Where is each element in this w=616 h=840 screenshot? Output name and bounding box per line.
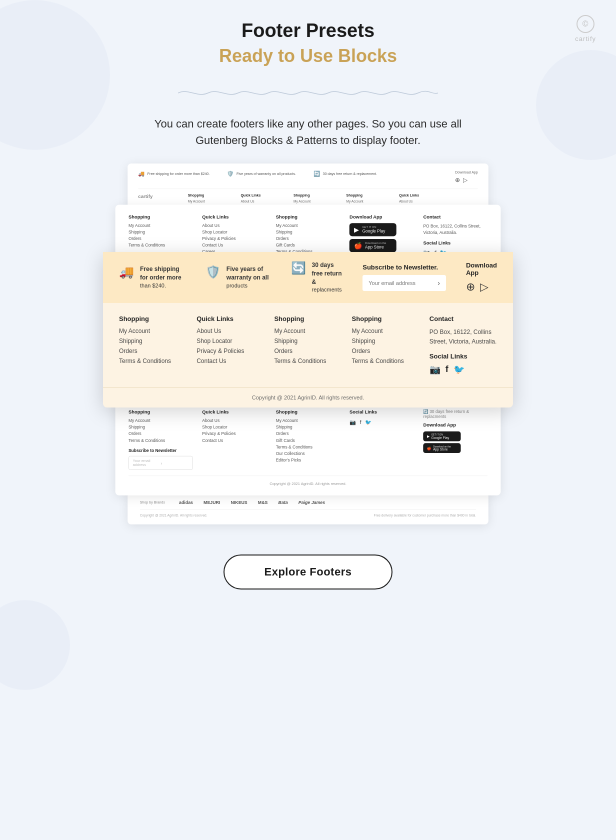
fp1-shopping-col: Shopping My Account: [188, 194, 214, 204]
fp1-download-section: Download App ⊕ ▷: [455, 170, 478, 184]
fp3-main-cols: Shopping My Account Shipping Orders Term…: [103, 303, 513, 387]
page-subtitle: Ready to Use Blocks: [83, 46, 533, 66]
fp4-col1: Shopping My Account Shipping Orders Term…: [128, 410, 193, 470]
fp3-store-buttons: ⊕ ▷: [466, 280, 488, 294]
fp5-brand-bata: Bata: [278, 500, 288, 505]
fp4-privacy-link[interactable]: Privacy & Policies: [202, 432, 266, 436]
fp3-apple-icon[interactable]: ▷: [480, 280, 488, 294]
fp4-google-btn[interactable]: ▶GET IT ONGoogle Play: [423, 432, 460, 442]
fp3-myaccount3-link[interactable]: My Account: [352, 328, 420, 334]
fp2-download-col: Download App ▶ GET IT ONGoogle Play 🍎 Do…: [350, 214, 414, 256]
fp4-return-feature: 🔄 30 days free return & replacments: [423, 410, 488, 419]
fp3-myaccount-link[interactable]: My Account: [119, 328, 186, 334]
fp4-editorspicks-link[interactable]: Editor's Picks: [276, 458, 340, 462]
fp4-facebook-icon[interactable]: f: [360, 420, 362, 426]
fp3-shipping-link[interactable]: Shipping: [119, 338, 186, 344]
fp3-contact-address: PO Box, 16122, Collins Street, Victoria,…: [430, 328, 497, 346]
fp3-terms2-link[interactable]: Terms & Conditions: [274, 358, 342, 364]
fp3-social-links-label: Social Links: [430, 352, 497, 360]
fp3-return-icon: 🔄: [291, 261, 306, 275]
fp3-contact-link[interactable]: Contact Us: [196, 358, 264, 364]
fp4-shipping2-link[interactable]: Shipping: [276, 425, 340, 430]
fp3-shipping3-link[interactable]: Shipping: [352, 338, 420, 344]
fp1-store-icons: ⊕ ▷: [455, 176, 478, 184]
fp5-brand-ms: M&S: [258, 500, 268, 505]
fp4-copyright: Copyright @ 2021 AgrinID. All rights res…: [128, 476, 488, 486]
fp2-contact-col: Contact PO Box, 16122, Collins Street, V…: [423, 214, 488, 256]
fp4-col3: Shopping My Account Shipping Orders Gift…: [276, 410, 340, 470]
fp4-contact-link[interactable]: Contact Us: [202, 438, 266, 442]
fp3-orders3-link[interactable]: Orders: [352, 348, 420, 354]
cartify-logo: © cartify: [575, 15, 596, 42]
fp4-social-section: 📷 f 🐦: [350, 420, 414, 426]
fp5-brand-mejuri: MEJURI: [204, 500, 220, 505]
fp3-newsletter-input-wrapper[interactable]: ›: [362, 275, 446, 291]
fp3-submit-arrow[interactable]: ›: [438, 279, 440, 287]
fp3-shield-icon: 🛡️: [206, 265, 220, 279]
fp3-android-icon[interactable]: ⊕: [466, 280, 475, 294]
fp3-copyright: Copyright @ 2021 AgrinID. All rights res…: [103, 387, 513, 408]
fp4-terms2-link[interactable]: Terms & Conditions: [276, 444, 340, 449]
fp4-instagram-icon[interactable]: 📷: [350, 420, 356, 426]
fp4-submit-arrow[interactable]: ›: [160, 460, 188, 466]
fp3-newsletter-section: Subscribe to Newsletter. ›: [362, 264, 446, 291]
fp3-terms-link[interactable]: Terms & Conditions: [119, 358, 186, 364]
fp4-myaccount2-link[interactable]: My Account: [276, 418, 340, 423]
fp3-shopping-col: Shopping My Account Shipping Orders Term…: [119, 315, 186, 375]
fp4-terms-link[interactable]: Terms & Conditions: [128, 438, 193, 442]
page-title: Footer Presets: [83, 20, 533, 42]
fp3-facebook-icon[interactable]: f: [446, 364, 448, 375]
feature-shipping-text: Free shipping for order more than $240.: [148, 172, 210, 176]
page-header: Footer Presets Ready to Use Blocks: [83, 20, 533, 66]
fp4-email-placeholder: Your email address: [132, 459, 160, 468]
fp3-instagram-icon[interactable]: 📷: [430, 364, 440, 375]
fp5-brand-nikeus: NIKEUS: [230, 500, 247, 505]
fp4-col5: 🔄 30 days free return & replacments Down…: [423, 410, 488, 470]
fp3-quicklinks-col: Quick Links About Us Shop Locator Privac…: [196, 315, 264, 375]
fp2-google-play-btn[interactable]: ▶ GET IT ONGoogle Play: [350, 223, 396, 236]
fp4-shoplocator-link[interactable]: Shop Locator: [202, 425, 266, 430]
fp2-app-store-btn[interactable]: 🍎 Download on theApp Store: [350, 239, 396, 252]
fp3-myaccount2-link[interactable]: My Account: [274, 328, 342, 334]
fp4-newsletter-input-wrapper[interactable]: Your email address ›: [128, 456, 193, 470]
fp2-quicklinks-col: Quick Links About Us Shop Locator Privac…: [202, 214, 266, 256]
fp4-myaccount-link[interactable]: My Account: [128, 418, 193, 423]
fp3-orders2-link[interactable]: Orders: [274, 348, 342, 354]
fp3-terms3-link[interactable]: Terms & Conditions: [352, 358, 420, 364]
fp5-brand-adidas: adidas: [179, 500, 193, 505]
shield-icon: 🛡️: [227, 170, 234, 176]
fp3-warranty-feature: 🛡️ Five years of warranty on allproducts: [206, 265, 271, 290]
fp5-copyright-text: Copyright @ 2021 AgrinID. All rights res…: [140, 514, 208, 518]
fp5-brands-row: Shop by Brands adidas MEJURI NIKEUS M&S …: [140, 500, 476, 510]
fp3-orders-link[interactable]: Orders: [119, 348, 186, 354]
fp3-return-feature: 🔄 30 days free return &replacments: [291, 261, 343, 294]
fp4-ourcollections-link[interactable]: Our Collections: [276, 452, 340, 456]
feature-warranty-text: Five years of warranty on all products.: [236, 172, 296, 176]
fp3-about-link[interactable]: About Us: [196, 328, 264, 334]
fp4-shipping-link[interactable]: Shipping: [128, 425, 193, 430]
fp4-store-buttons: ▶GET IT ONGoogle Play 🍎Download on theAp…: [423, 432, 488, 453]
fp4-apple-btn[interactable]: 🍎Download on theApp Store: [423, 444, 460, 454]
footer-preview-1: 🚚 Free shipping for order more than $240…: [128, 164, 488, 211]
fp4-about-link[interactable]: About Us: [202, 418, 266, 423]
cartify-logo-icon: ©: [576, 15, 594, 33]
truck-icon: 🚚: [138, 170, 144, 176]
feature-return: 🔄 30 days free return & replacement.: [314, 170, 377, 176]
fp4-orders2-link[interactable]: Orders: [276, 432, 340, 436]
fp1-quicklinks2-col: Quick Links About Us: [399, 194, 426, 204]
fp3-newsletter-label: Subscribe to Newsletter.: [362, 264, 446, 271]
fp4-orders-link[interactable]: Orders: [128, 432, 193, 436]
fp3-shipping2-link[interactable]: Shipping: [274, 338, 342, 344]
explore-footers-button[interactable]: Explore Footers: [224, 554, 393, 590]
fp3-top-bar: 🚚 Free shipping for order morethan $240.…: [103, 252, 513, 303]
fp3-privacy-link[interactable]: Privacy & Policies: [196, 348, 264, 354]
fp4-giftcards-link[interactable]: Gift Cards: [276, 438, 340, 442]
footer-preview-5: Shop by Brands adidas MEJURI NIKEUS M&S …: [128, 493, 488, 524]
cartify-brand-name: cartify: [575, 35, 596, 42]
footer-preview-3: 🚚 Free shipping for order morethan $240.…: [103, 252, 513, 408]
fp3-twitter-icon[interactable]: 🐦: [454, 364, 464, 375]
footer-preview-4: Shopping My Account Shipping Orders Term…: [116, 400, 501, 496]
fp4-twitter-icon[interactable]: 🐦: [365, 420, 372, 426]
fp3-shoplocator-link[interactable]: Shop Locator: [196, 338, 264, 344]
fp3-email-input[interactable]: [368, 280, 438, 286]
